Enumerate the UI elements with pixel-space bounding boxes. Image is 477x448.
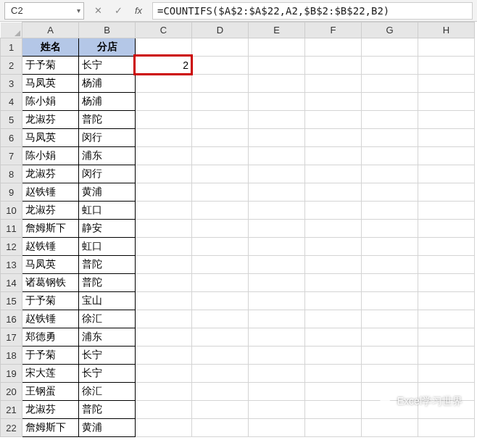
cell-D15[interactable]	[192, 292, 249, 310]
cell-C7[interactable]	[136, 147, 192, 165]
col-header-A[interactable]: A	[22, 22, 79, 38]
cell-C22[interactable]	[136, 419, 192, 437]
cell-C17[interactable]	[136, 328, 192, 347]
cell-E15[interactable]	[249, 292, 305, 310]
cell-F14[interactable]	[305, 274, 362, 292]
cell-C13[interactable]	[136, 256, 192, 274]
cell-A22[interactable]: 詹姆斯下	[22, 419, 79, 437]
cell-F12[interactable]	[305, 238, 362, 256]
cell-C2[interactable]: 2	[136, 57, 192, 75]
cell-C12[interactable]	[136, 238, 192, 256]
cell-C6[interactable]	[136, 129, 192, 147]
cell-A16[interactable]: 赵铁锤	[22, 310, 79, 328]
select-all-corner[interactable]	[1, 22, 22, 38]
cell-B13[interactable]: 普陀	[79, 256, 136, 274]
cell-G4[interactable]	[362, 93, 418, 111]
row-header[interactable]: 14	[1, 274, 22, 292]
cell-G7[interactable]	[362, 147, 418, 165]
cell-D20[interactable]	[192, 383, 249, 401]
cell-H17[interactable]	[418, 328, 475, 347]
cell-G14[interactable]	[362, 274, 418, 292]
cell-C5[interactable]	[136, 111, 192, 129]
cell-E2[interactable]	[249, 57, 305, 75]
cell-B3[interactable]: 杨浦	[79, 75, 136, 93]
cell-H10[interactable]	[418, 202, 475, 220]
spreadsheet-grid[interactable]: A B C D E F G H 1姓名分店2于予菊长宁23马凤英杨浦4陈小娟杨浦…	[0, 22, 477, 445]
cell-A10[interactable]: 龙淑芬	[22, 202, 79, 220]
cell-H6[interactable]	[418, 129, 475, 147]
row-header[interactable]: 4	[1, 93, 22, 111]
cell-G15[interactable]	[362, 292, 418, 310]
row-header[interactable]: 22	[1, 419, 22, 437]
cell-B18[interactable]: 长宁	[79, 347, 136, 365]
cell-H5[interactable]	[418, 111, 475, 129]
cell-D18[interactable]	[192, 347, 249, 365]
cell-D21[interactable]	[192, 401, 249, 419]
cell-E3[interactable]	[249, 75, 305, 93]
cell-D2[interactable]	[192, 57, 249, 75]
col-header-E[interactable]: E	[249, 22, 305, 38]
cell-F10[interactable]	[305, 202, 362, 220]
cell-E11[interactable]	[249, 220, 305, 238]
cell-B16[interactable]: 徐汇	[79, 310, 136, 328]
cell-H22[interactable]	[418, 419, 475, 437]
cell-D13[interactable]	[192, 256, 249, 274]
cell-F20[interactable]	[305, 383, 362, 401]
cell-H11[interactable]	[418, 220, 475, 238]
cell-A18[interactable]: 于予菊	[22, 347, 79, 365]
cell-B22[interactable]: 黄浦	[79, 419, 136, 437]
col-header-C[interactable]: C	[136, 22, 192, 38]
cell-C4[interactable]	[136, 93, 192, 111]
cell-C18[interactable]	[136, 347, 192, 365]
cell-E12[interactable]	[249, 238, 305, 256]
cell-B17[interactable]: 浦东	[79, 328, 136, 347]
cell-B2[interactable]: 长宁	[79, 57, 136, 75]
cell-F17[interactable]	[305, 328, 362, 347]
cell-F18[interactable]	[305, 347, 362, 365]
cell-B8[interactable]: 闵行	[79, 165, 136, 183]
cell-E16[interactable]	[249, 310, 305, 328]
cell-F7[interactable]	[305, 147, 362, 165]
name-box[interactable]: C2 ▾	[4, 2, 84, 20]
cell-F6[interactable]	[305, 129, 362, 147]
cell-F8[interactable]	[305, 165, 362, 183]
row-header[interactable]: 11	[1, 220, 22, 238]
cell-G12[interactable]	[362, 238, 418, 256]
cell-B7[interactable]: 浦东	[79, 147, 136, 165]
row-header[interactable]: 9	[1, 183, 22, 202]
cell-E9[interactable]	[249, 183, 305, 202]
cell-H3[interactable]	[418, 75, 475, 93]
cell-A13[interactable]: 马凤英	[22, 256, 79, 274]
cell-E5[interactable]	[249, 111, 305, 129]
cell-A6[interactable]: 马凤英	[22, 129, 79, 147]
row-header[interactable]: 19	[1, 365, 22, 383]
cell-D11[interactable]	[192, 220, 249, 238]
row-header[interactable]: 7	[1, 147, 22, 165]
cancel-formula-button[interactable]: ✕	[88, 2, 107, 20]
cell-D22[interactable]	[192, 419, 249, 437]
cell-A21[interactable]: 龙淑芬	[22, 401, 79, 419]
cell-G13[interactable]	[362, 256, 418, 274]
cell-C21[interactable]	[136, 401, 192, 419]
cell-F3[interactable]	[305, 75, 362, 93]
cell-H18[interactable]	[418, 347, 475, 365]
cell-D3[interactable]	[192, 75, 249, 93]
row-header[interactable]: 13	[1, 256, 22, 274]
cell-H1[interactable]	[418, 38, 475, 57]
row-header[interactable]: 10	[1, 202, 22, 220]
row-header[interactable]: 3	[1, 75, 22, 93]
cell-F11[interactable]	[305, 220, 362, 238]
cell-C9[interactable]	[136, 183, 192, 202]
cell-C16[interactable]	[136, 310, 192, 328]
cell-H16[interactable]	[418, 310, 475, 328]
cell-D1[interactable]	[192, 38, 249, 57]
row-header[interactable]: 8	[1, 165, 22, 183]
cell-D9[interactable]	[192, 183, 249, 202]
cell-C14[interactable]	[136, 274, 192, 292]
col-header-D[interactable]: D	[192, 22, 249, 38]
cell-H9[interactable]	[418, 183, 475, 202]
cell-C11[interactable]	[136, 220, 192, 238]
cell-E22[interactable]	[249, 419, 305, 437]
cell-B12[interactable]: 虹口	[79, 238, 136, 256]
cell-E18[interactable]	[249, 347, 305, 365]
